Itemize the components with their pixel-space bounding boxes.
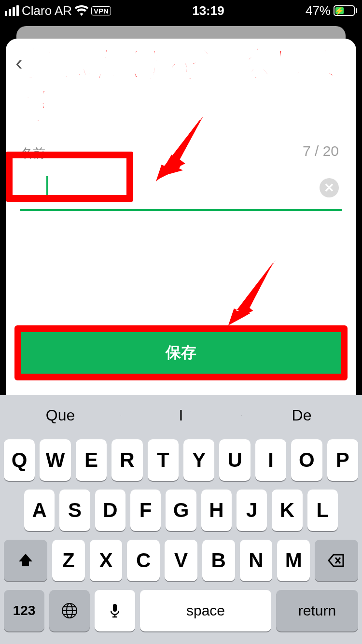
keyboard-mode-button[interactable]: 123: [4, 590, 44, 631]
keyboard-delete-key[interactable]: [315, 540, 358, 581]
keyboard-key-w[interactable]: W: [40, 439, 70, 481]
back-icon[interactable]: ‹: [15, 52, 23, 73]
keyboard-key-n[interactable]: N: [240, 540, 273, 581]
nav-bar: ‹: [6, 39, 356, 87]
wifi-icon: [75, 5, 88, 16]
keyboard-key-g[interactable]: G: [166, 490, 196, 531]
status-left: Claro AR VPN: [5, 3, 111, 18]
sheet-backdrop: [0, 21, 362, 39]
keyboard-globe-button[interactable]: [49, 590, 90, 631]
annotation-arrow-icon: [223, 258, 281, 327]
keyboard-key-h[interactable]: H: [201, 490, 232, 531]
status-right: 47% ⚡: [306, 3, 357, 18]
clock: 13:19: [192, 3, 224, 18]
suggestion-bar: Que I De: [0, 395, 362, 435]
keyboard-key-y[interactable]: Y: [183, 439, 214, 481]
keyboard-key-o[interactable]: O: [291, 439, 322, 481]
keyboard-key-a[interactable]: A: [24, 490, 55, 531]
svg-rect-7: [113, 604, 117, 612]
clear-input-button[interactable]: ✕: [320, 178, 339, 197]
globe-icon: [61, 602, 78, 619]
backspace-icon: [328, 552, 345, 569]
svg-marker-4: [228, 262, 273, 325]
name-field-row: ✕: [20, 167, 342, 211]
keyboard-shift-key[interactable]: [4, 540, 47, 581]
keyboard-key-r[interactable]: R: [111, 439, 142, 481]
keyboard-mic-button[interactable]: [95, 590, 135, 631]
microphone-icon: [106, 602, 124, 619]
carrier-label: Claro AR: [22, 3, 72, 18]
keyboard-key-l[interactable]: L: [307, 490, 338, 531]
battery-icon: ⚡: [334, 5, 357, 16]
keyboard-key-b[interactable]: B: [202, 540, 235, 581]
keyboard-key-f[interactable]: F: [130, 490, 161, 531]
keyboard-key-x[interactable]: X: [90, 540, 123, 581]
keyboard-key-t[interactable]: T: [148, 439, 179, 481]
keyboard-key-m[interactable]: M: [277, 540, 310, 581]
keyboard-return-key[interactable]: return: [276, 590, 358, 631]
vpn-indicator: VPN: [91, 6, 111, 15]
keyboard-key-e[interactable]: E: [76, 439, 107, 481]
keyboard-key-z[interactable]: Z: [52, 540, 85, 581]
name-field-section: 名前 7 / 20 ✕: [6, 145, 356, 211]
svg-marker-3: [231, 260, 276, 322]
name-input[interactable]: [20, 167, 320, 209]
keyboard-key-v[interactable]: V: [165, 540, 197, 581]
keyboard-key-j[interactable]: J: [237, 490, 267, 531]
save-button[interactable]: 保存: [21, 331, 341, 375]
keyboard-space-key[interactable]: space: [140, 590, 271, 631]
cellular-signal-icon: [5, 5, 19, 16]
keyboard-key-c[interactable]: C: [127, 540, 160, 581]
suggestion-item[interactable]: Que: [0, 406, 121, 424]
text-cursor: [46, 176, 48, 198]
keyboard-key-p[interactable]: P: [327, 439, 358, 481]
keyboard: Que I De QWERTYUIOP ASDFGHJKL ZXCVBNM 12…: [0, 395, 362, 644]
char-counter: 7 / 20: [303, 143, 339, 159]
name-label: 名前: [20, 145, 342, 162]
keyboard-key-u[interactable]: U: [219, 439, 250, 481]
keyboard-key-i[interactable]: I: [255, 439, 286, 481]
suggestion-item[interactable]: De: [241, 406, 362, 424]
status-bar: Claro AR VPN 13:19 47% ⚡: [0, 0, 362, 21]
keyboard-key-s[interactable]: S: [59, 490, 90, 531]
keyboard-key-q[interactable]: Q: [4, 439, 35, 481]
close-icon: ✕: [324, 181, 334, 196]
suggestion-item[interactable]: I: [121, 406, 241, 424]
modal-sheet: ‹ 括弧だけを削除します 名前 7 / 20 ✕ 保存: [6, 39, 356, 395]
keyboard-key-k[interactable]: K: [272, 490, 302, 531]
battery-percent-label: 47%: [306, 3, 331, 18]
shift-icon: [17, 552, 34, 569]
keyboard-key-d[interactable]: D: [95, 490, 125, 531]
